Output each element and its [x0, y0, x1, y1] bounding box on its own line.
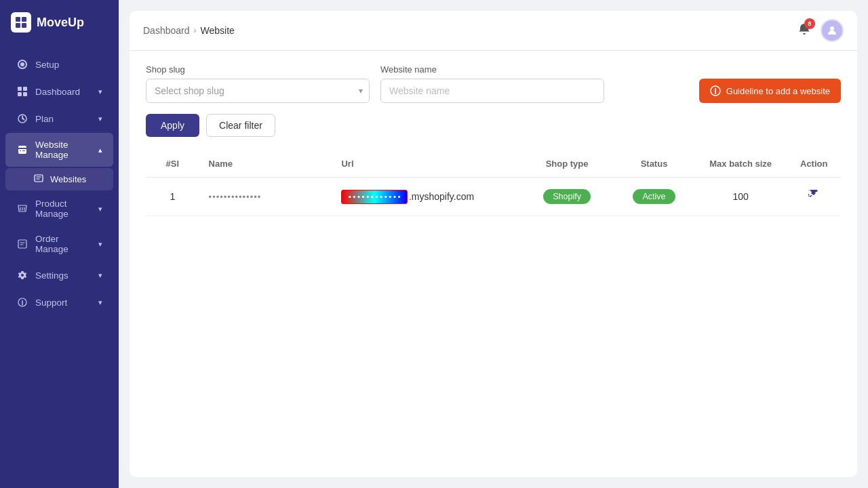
- svg-rect-7: [23, 92, 27, 96]
- apply-button[interactable]: Apply: [146, 114, 199, 137]
- websites-label: Websites: [50, 174, 86, 184]
- websites-icon: [34, 174, 43, 185]
- sidebar-item-websites[interactable]: Websites: [5, 168, 113, 190]
- top-bar: Dashboard › Website 8: [130, 11, 857, 51]
- websites-table: #Sl Name Url Shop type Status Max batch …: [146, 150, 841, 216]
- sidebar-item-product-manage[interactable]: Product Manage ▾: [5, 192, 113, 226]
- setup-label: Setup: [35, 60, 59, 70]
- website-manage-chevron: ▴: [98, 146, 102, 155]
- svg-rect-6: [18, 92, 22, 96]
- sidebar-item-settings[interactable]: Settings ▾: [5, 262, 113, 288]
- svg-rect-0: [16, 17, 20, 22]
- svg-point-12: [830, 26, 834, 30]
- row-url: ••••••••••••.myshopify.com: [332, 178, 520, 216]
- support-icon: [16, 296, 28, 308]
- sidebar-item-dashboard[interactable]: Dashboard ▾: [5, 79, 113, 104]
- dashboard-chevron: ▾: [98, 87, 102, 96]
- shop-slug-label: Shop slug: [146, 64, 370, 75]
- guideline-label: Guideline to add a website: [726, 86, 830, 96]
- product-manage-label: Product Manage: [35, 199, 92, 219]
- svg-rect-5: [23, 87, 27, 91]
- settings-icon: [16, 269, 28, 281]
- shop-type-badge: Shopify: [543, 189, 591, 204]
- support-label: Support: [35, 298, 67, 308]
- refresh-button[interactable]: [806, 187, 822, 206]
- row-name: ••••••••••••••: [199, 178, 332, 216]
- col-header-shop-type: Shop type: [520, 150, 614, 178]
- svg-rect-2: [16, 23, 20, 28]
- row-shop-type: Shopify: [520, 178, 614, 216]
- website-icon: [16, 144, 28, 156]
- sidebar-nav: Setup Dashboard ▾ Plan ▾ Website Manage …: [0, 45, 119, 488]
- website-name-field: Website name: [380, 64, 604, 103]
- sidebar-item-setup[interactable]: Setup: [5, 52, 113, 77]
- product-icon: [16, 203, 28, 215]
- col-header-name: Name: [199, 150, 332, 178]
- sidebar-item-support[interactable]: Support ▾: [5, 289, 113, 315]
- content: Shop slug Select shop slug ▾ Website nam…: [130, 51, 857, 477]
- row-batch-size: 100: [694, 178, 787, 216]
- notification-button[interactable]: 8: [795, 20, 814, 42]
- main: Dashboard › Website 8 Shop slug: [119, 0, 868, 488]
- notification-badge: 8: [804, 18, 815, 29]
- dashboard-icon: [16, 85, 28, 98]
- breadcrumb-parent[interactable]: Dashboard: [143, 25, 190, 36]
- website-manage-label: Website Manage: [35, 140, 92, 160]
- avatar[interactable]: [821, 19, 844, 42]
- row-sl: 1: [146, 178, 199, 216]
- svg-rect-10: [18, 240, 26, 248]
- top-right: 8: [795, 19, 844, 42]
- guideline-button[interactable]: Guideline to add a website: [699, 79, 841, 103]
- breadcrumb-sep: ›: [194, 26, 197, 35]
- status-badge: Active: [633, 189, 675, 204]
- table-row: 1 •••••••••••••• ••••••••••••.myshopify.…: [146, 178, 841, 216]
- plan-chevron: ▾: [98, 115, 102, 123]
- settings-label: Settings: [35, 270, 68, 281]
- btn-row: Apply Clear filter: [146, 114, 841, 137]
- support-chevron: ▾: [98, 298, 102, 307]
- filter-row: Shop slug Select shop slug ▾ Website nam…: [146, 64, 841, 103]
- product-manage-chevron: ▾: [98, 205, 102, 214]
- svg-rect-1: [22, 17, 26, 22]
- dashboard-label: Dashboard: [35, 87, 80, 97]
- col-header-url: Url: [332, 150, 520, 178]
- plan-icon: [16, 113, 28, 125]
- app-logo[interactable]: MoveUp: [0, 0, 119, 45]
- sidebar-item-order-manage[interactable]: Order Manage ▾: [5, 227, 113, 261]
- clear-filter-button[interactable]: Clear filter: [206, 114, 275, 137]
- breadcrumb: Dashboard › Website: [143, 25, 235, 36]
- url-suffix: .myshopify.com: [409, 191, 474, 202]
- order-manage-chevron: ▾: [98, 240, 102, 249]
- col-header-sl: #Sl: [146, 150, 199, 178]
- settings-chevron: ▾: [98, 271, 102, 280]
- sidebar: MoveUp Setup Dashboard ▾ Plan ▾: [0, 0, 119, 488]
- url-cell: ••••••••••••.myshopify.com: [341, 190, 511, 204]
- shop-slug-select-wrap: Select shop slug ▾: [146, 79, 370, 103]
- svg-rect-9: [35, 175, 43, 182]
- col-header-batch: Max batch size: [694, 150, 787, 178]
- svg-rect-4: [18, 87, 22, 91]
- sidebar-item-plan[interactable]: Plan ▾: [5, 106, 113, 131]
- masked-name: ••••••••••••••: [209, 192, 262, 202]
- svg-rect-3: [22, 23, 26, 28]
- website-name-input[interactable]: [380, 79, 604, 103]
- table-wrap: #Sl Name Url Shop type Status Max batch …: [146, 150, 841, 216]
- main-inner: Dashboard › Website 8 Shop slug: [130, 11, 857, 477]
- sidebar-item-website-manage[interactable]: Website Manage ▴: [5, 133, 113, 167]
- shop-slug-field: Shop slug Select shop slug ▾: [146, 64, 370, 103]
- col-header-action: Action: [787, 150, 841, 178]
- shop-slug-select[interactable]: Select shop slug: [146, 79, 370, 103]
- row-status: Active: [614, 178, 694, 216]
- plan-label: Plan: [35, 114, 54, 124]
- logo-icon: [11, 12, 31, 33]
- order-icon: [16, 238, 28, 250]
- setup-icon: [16, 58, 28, 70]
- order-manage-label: Order Manage: [35, 234, 92, 254]
- table-header-row: #Sl Name Url Shop type Status Max batch …: [146, 150, 841, 178]
- breadcrumb-current: Website: [201, 25, 235, 36]
- col-header-status: Status: [614, 150, 694, 178]
- app-name: MoveUp: [37, 16, 84, 30]
- row-action: [787, 178, 841, 216]
- url-highlight: ••••••••••••: [341, 190, 407, 204]
- website-name-label: Website name: [380, 64, 604, 75]
